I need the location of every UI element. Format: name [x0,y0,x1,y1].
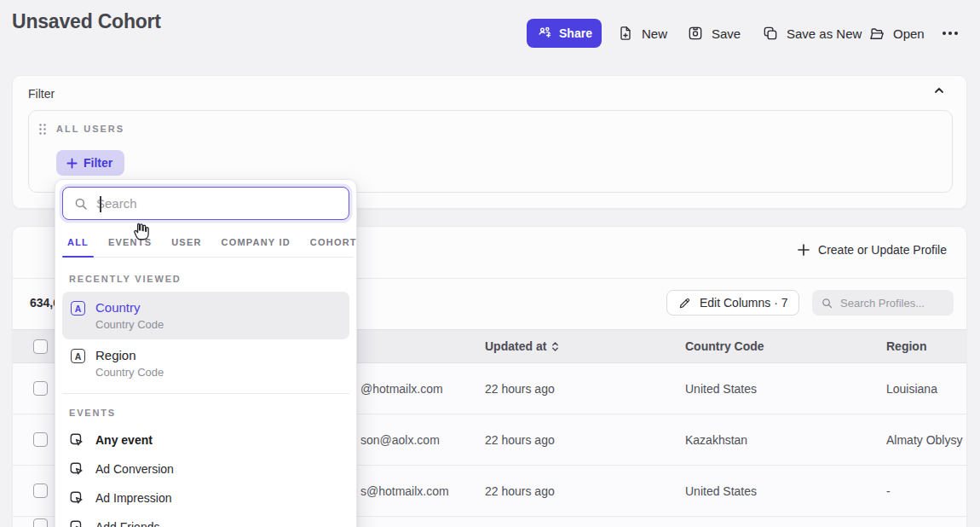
people-add-icon [536,25,553,42]
text-property-icon: A [71,301,85,316]
page-title: Unsaved Cohort [12,10,161,33]
country-code-cell: United States [685,382,757,396]
dot-icon [954,32,958,35]
email-cell: @hotmailx.com [360,382,443,396]
list-item-region[interactable]: A Region Country Code [62,339,349,387]
dropdown-search-box[interactable] [62,187,349,220]
drag-handle-icon[interactable] [38,123,47,136]
events-label: EVENTS [69,408,343,418]
new-button-label: New [642,26,667,41]
share-button-label: Share [559,26,592,40]
dot-icon [948,32,952,35]
add-filter-button-label: Filter [84,156,112,170]
save-as-new-button[interactable]: Save as New [762,19,862,48]
region-cell: - [886,484,891,498]
updated-at-cell: 22 hours ago [485,382,555,396]
edit-columns-label: Edit Columns · 7 [700,296,787,310]
event-cursor-icon [69,519,84,527]
list-item-any-event[interactable]: Any event [55,426,356,455]
search-icon [821,297,833,310]
tab-all[interactable]: ALL [62,227,94,257]
dropdown-tabs: ALL EVENTS USER COMPANY ID COHORT [62,227,353,258]
save-icon [687,25,704,42]
open-button[interactable]: Open [868,19,925,48]
row-checkbox[interactable] [33,518,48,527]
country-code-cell: United States [685,484,757,498]
pencil-icon [678,296,692,310]
new-file-icon [617,25,634,42]
sort-icon[interactable] [551,341,559,352]
filter-card-title: Filter [28,87,55,101]
region-cell: Almaty Oblysy [886,433,962,447]
folder-icon [868,25,885,43]
plus-icon [66,157,78,170]
dropdown-search-input[interactable] [96,196,338,211]
plus-icon [797,243,810,257]
item-subtitle: Country Code [95,365,164,380]
column-updated-at[interactable]: Updated at [485,339,546,353]
tab-user[interactable]: USER [166,227,206,257]
row-checkbox[interactable] [33,484,48,498]
new-button[interactable]: New [617,19,667,48]
row-checkbox[interactable] [33,381,48,396]
save-button[interactable]: Save [687,19,741,48]
item-title: Region [95,347,164,363]
tab-cohort[interactable]: COHORT [305,227,362,257]
item-title: Add Friends [95,520,159,527]
item-title: Any event [95,433,153,447]
share-button[interactable]: Share [527,19,602,48]
row-checkbox[interactable] [33,432,48,447]
item-subtitle: Country Code [95,317,164,333]
more-options-button[interactable] [943,26,958,41]
open-button-label: Open [893,26,925,41]
copy-icon [762,25,779,42]
save-as-new-button-label: Save as New [787,26,862,41]
tab-events[interactable]: EVENTS [103,227,157,257]
event-cursor-icon [69,490,84,506]
collapse-chevron-up-icon[interactable] [932,84,946,97]
edit-columns-button[interactable]: Edit Columns · 7 [666,290,799,316]
item-title: Ad Impression [95,491,171,505]
item-title: Country [95,299,164,316]
search-profiles-input[interactable] [840,297,943,310]
save-button-label: Save [712,26,741,41]
search-profiles-box[interactable] [812,290,954,316]
group-label: ALL USERS [56,124,124,134]
text-caret [100,196,101,212]
event-cursor-icon [69,432,84,448]
add-filter-button[interactable]: Filter [56,150,124,176]
event-cursor-icon [69,461,84,477]
column-country-code[interactable]: Country Code [685,339,764,353]
item-title: Ad Conversion [95,462,174,476]
create-or-update-profile-label: Create or Update Profile [818,243,947,257]
column-region[interactable]: Region [886,339,926,353]
country-code-cell: Kazakhstan [685,433,747,447]
email-cell: s@hotmailx.com [360,484,449,498]
list-item-ad-conversion[interactable]: Ad Conversion [55,455,356,484]
list-item-add-friends[interactable]: Add Friends [55,513,356,527]
updated-at-cell: 22 hours ago [485,433,555,447]
dot-icon [943,32,946,35]
email-cell: son@aolx.com [360,433,440,447]
search-icon [73,196,89,211]
tab-company-id[interactable]: COMPANY ID [216,227,296,257]
divider [62,393,349,394]
create-or-update-profile-button[interactable]: Create or Update Profile [797,243,947,257]
text-property-icon: A [71,349,85,363]
list-item-ad-impression[interactable]: Ad Impression [55,484,356,513]
select-all-checkbox[interactable] [33,339,48,354]
updated-at-cell: 22 hours ago [485,484,555,498]
filter-dropdown: ALL EVENTS USER COMPANY ID COHORT RECENT… [55,179,357,527]
region-cell: Louisiana [886,382,937,396]
recently-viewed-label: RECENTLY VIEWED [69,274,343,284]
list-item-country[interactable]: A Country Country Code [62,292,349,339]
